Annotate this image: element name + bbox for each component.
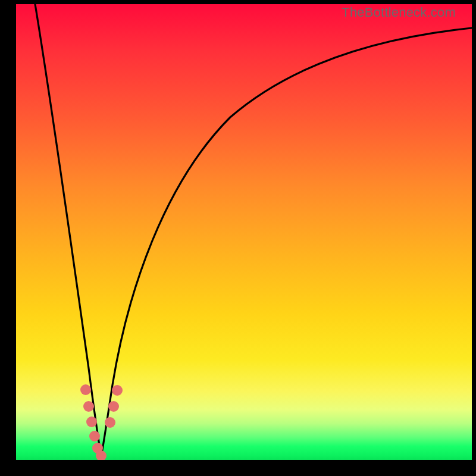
marker-dot (80, 384, 91, 395)
bottleneck-curve-layer (16, 4, 472, 460)
marker-dot (86, 416, 97, 427)
plot-area (16, 4, 472, 460)
marker-dot (89, 431, 100, 441)
marker-dot (108, 401, 119, 412)
curve-markers (80, 384, 123, 460)
chart-frame: TheBottleneck.com (0, 0, 476, 476)
marker-dot (83, 401, 94, 412)
marker-dot (112, 385, 123, 396)
bottleneck-curve (35, 4, 472, 456)
watermark-text: TheBottleneck.com (342, 5, 456, 20)
marker-dot (105, 417, 115, 428)
